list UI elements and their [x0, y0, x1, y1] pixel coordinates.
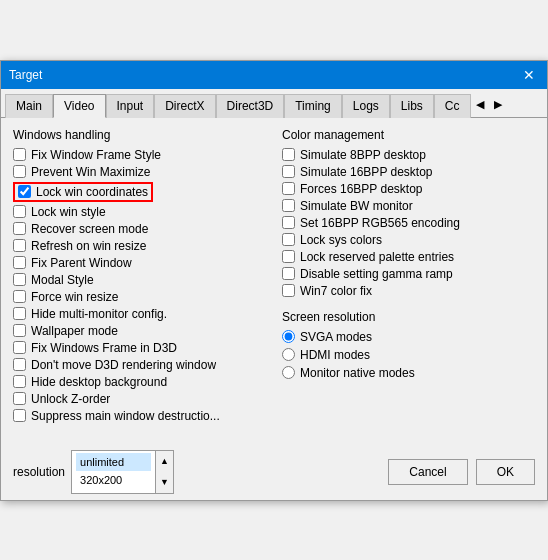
tab-logs[interactable]: Logs [342, 94, 390, 118]
fix-frame-d3d-checkbox[interactable] [13, 341, 26, 354]
list-item: Simulate 8BPP desktop [282, 148, 535, 162]
list-item: Wallpaper mode [13, 324, 266, 338]
tab-main[interactable]: Main [5, 94, 53, 118]
simulate-16bpp-checkbox[interactable] [282, 165, 295, 178]
prevent-maximize-checkbox[interactable] [13, 165, 26, 178]
list-item: Win7 color fix [282, 284, 535, 298]
tab-timing[interactable]: Timing [284, 94, 342, 118]
hide-multimon-label: Hide multi-monitor config. [31, 307, 167, 321]
force-resize-checkbox[interactable] [13, 290, 26, 303]
hide-desktop-checkbox[interactable] [13, 375, 26, 388]
simulate-16bpp-label: Simulate 16BPP desktop [300, 165, 433, 179]
windows-handling-section: Windows handling Fix Window Frame Style … [13, 128, 266, 426]
simulate-bw-label: Simulate BW monitor [300, 199, 413, 213]
forces-16bpp-label: Forces 16BPP desktop [300, 182, 423, 196]
list-item: Don't move D3D rendering window [13, 358, 266, 372]
list-item: Simulate BW monitor [282, 199, 535, 213]
forces-16bpp-checkbox[interactable] [282, 182, 295, 195]
set-16bpp-rgb-checkbox[interactable] [282, 216, 295, 229]
resolution-select[interactable]: unlimited 320x200 400x300 [71, 450, 156, 494]
list-item: Force win resize [13, 290, 266, 304]
simulate-8bpp-checkbox[interactable] [282, 148, 295, 161]
disable-gamma-label: Disable setting gamma ramp [300, 267, 453, 281]
wallpaper-checkbox[interactable] [13, 324, 26, 337]
modal-style-checkbox[interactable] [13, 273, 26, 286]
title-bar: Target ✕ [1, 61, 547, 89]
monitor-native-radio[interactable] [282, 366, 295, 379]
tab-arrow-left[interactable]: ◀ [471, 93, 489, 117]
simulate-bw-checkbox[interactable] [282, 199, 295, 212]
list-item: Prevent Win Maximize [13, 165, 266, 179]
list-item: Hide multi-monitor config. [13, 307, 266, 321]
screen-resolution-label: Screen resolution [282, 310, 535, 324]
hide-multimon-checkbox[interactable] [13, 307, 26, 320]
list-item: Lock win coordinates [13, 182, 266, 202]
lock-win-style-checkbox[interactable] [13, 205, 26, 218]
fix-parent-checkbox[interactable] [13, 256, 26, 269]
no-move-d3d-checkbox[interactable] [13, 358, 26, 371]
list-item: Lock win style [13, 205, 266, 219]
hdmi-radio[interactable] [282, 348, 295, 361]
locked-checkbox-wrapper: Lock win coordinates [13, 182, 153, 202]
suppress-window-checkbox[interactable] [13, 409, 26, 422]
resolution-down-arrow[interactable]: ▼ [156, 472, 173, 493]
fix-frame-d3d-label: Fix Windows Frame in D3D [31, 341, 177, 355]
resolution-option-320x200[interactable]: 320x200 [76, 471, 151, 490]
list-item: Fix Window Frame Style [13, 148, 266, 162]
fix-window-frame-checkbox[interactable] [13, 148, 26, 161]
unlock-z-label: Unlock Z-order [31, 392, 110, 406]
windows-handling-label: Windows handling [13, 128, 266, 142]
monitor-native-label: Monitor native modes [300, 366, 415, 380]
win7-color-checkbox[interactable] [282, 284, 295, 297]
lock-sys-colors-checkbox[interactable] [282, 233, 295, 246]
list-item: Disable setting gamma ramp [282, 267, 535, 281]
list-item: Recover screen mode [13, 222, 266, 236]
screen-resolution-section: Screen resolution SVGA modes HDMI modes … [282, 310, 535, 380]
hdmi-label: HDMI modes [300, 348, 370, 362]
tab-video[interactable]: Video [53, 94, 105, 118]
resolution-arrows: ▲ ▼ [156, 450, 174, 494]
list-item: Unlock Z-order [13, 392, 266, 406]
no-move-d3d-label: Don't move D3D rendering window [31, 358, 216, 372]
list-item: Simulate 16BPP desktop [282, 165, 535, 179]
recover-screen-checkbox[interactable] [13, 222, 26, 235]
list-item: Refresh on win resize [13, 239, 266, 253]
tab-cc[interactable]: Cc [434, 94, 471, 118]
lock-coordinates-label: Lock win coordinates [36, 185, 148, 199]
list-item: Set 16BPP RGB565 encoding [282, 216, 535, 230]
disable-gamma-checkbox[interactable] [282, 267, 295, 280]
lock-sys-colors-label: Lock sys colors [300, 233, 382, 247]
svga-radio[interactable] [282, 330, 295, 343]
list-item: Fix Windows Frame in D3D [13, 341, 266, 355]
list-item: Lock reserved palette entries [282, 250, 535, 264]
prevent-maximize-label: Prevent Win Maximize [31, 165, 150, 179]
modal-style-label: Modal Style [31, 273, 94, 287]
tab-input[interactable]: Input [106, 94, 155, 118]
target-window: Target ✕ Main Video Input DirectX Direct… [0, 60, 548, 501]
resolution-option-unlimited[interactable]: unlimited [76, 453, 151, 472]
refresh-resize-checkbox[interactable] [13, 239, 26, 252]
resolution-up-arrow[interactable]: ▲ [156, 451, 173, 472]
close-button[interactable]: ✕ [519, 67, 539, 83]
resolution-row: resolution unlimited 320x200 400x300 ▲ ▼ [13, 450, 174, 494]
suppress-window-label: Suppress main window destructio... [31, 409, 220, 423]
resolution-option-400x300[interactable]: 400x300 [76, 490, 151, 494]
ok-button[interactable]: OK [476, 459, 535, 485]
list-item: Fix Parent Window [13, 256, 266, 270]
tab-direct3d[interactable]: Direct3D [216, 94, 285, 118]
tab-libs[interactable]: Libs [390, 94, 434, 118]
list-item: Modal Style [13, 273, 266, 287]
lock-palette-checkbox[interactable] [282, 250, 295, 263]
refresh-resize-label: Refresh on win resize [31, 239, 146, 253]
tab-arrow-right[interactable]: ▶ [489, 93, 507, 117]
lock-palette-label: Lock reserved palette entries [300, 250, 454, 264]
win7-color-label: Win7 color fix [300, 284, 372, 298]
lock-coordinates-checkbox[interactable] [18, 185, 31, 198]
list-item: Suppress main window destructio... [13, 409, 266, 423]
tab-directx[interactable]: DirectX [154, 94, 215, 118]
resolution-label: resolution [13, 465, 65, 479]
unlock-z-checkbox[interactable] [13, 392, 26, 405]
cancel-button[interactable]: Cancel [388, 459, 467, 485]
bottom-bar: resolution unlimited 320x200 400x300 ▲ ▼… [1, 444, 547, 500]
resolution-dropdown: unlimited 320x200 400x300 ▲ ▼ [71, 450, 174, 494]
